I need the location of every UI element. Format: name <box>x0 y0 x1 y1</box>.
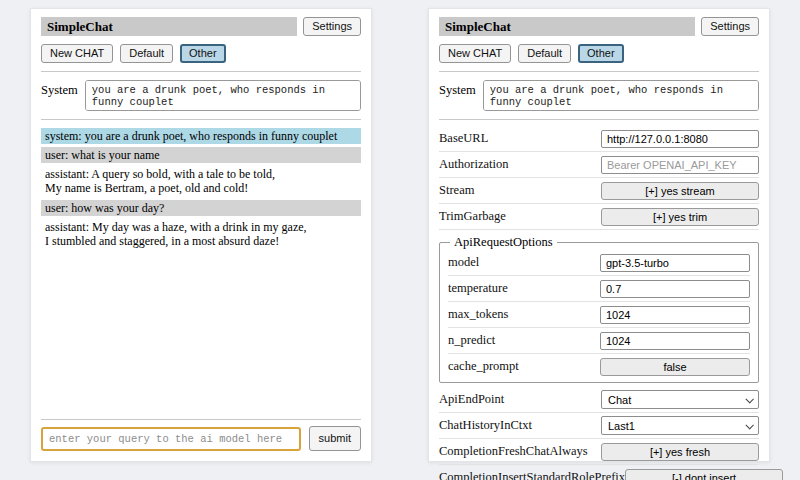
divider <box>41 119 361 120</box>
setting-label: temperature <box>448 281 508 296</box>
settings-button[interactable]: Settings <box>303 17 361 36</box>
cache-prompt-toggle-button[interactable]: false <box>600 358 750 376</box>
system-prompt-input[interactable]: you are a drunk poet, who responds in fu… <box>85 80 361 111</box>
chat-message-list: system: you are a drunk poet, who respon… <box>41 128 361 252</box>
setting-label: n_predict <box>448 333 495 348</box>
chat-message-assistant: assistant: A query so bold, with a tale … <box>41 166 361 196</box>
temperature-input[interactable] <box>600 280 750 298</box>
apiendpoint-selected-value: Chat <box>608 394 631 406</box>
apiendpoint-select[interactable]: Chat <box>601 390 759 409</box>
settings-button[interactable]: Settings <box>701 17 759 36</box>
baseurl-input[interactable] <box>601 130 759 148</box>
setting-row-stream: Stream [+] yes stream <box>439 178 759 204</box>
query-row: submit <box>41 426 361 453</box>
api-request-options-group: ApiRequestOptions model temperature max_… <box>439 235 759 383</box>
completioninsertstandardroleprefix-toggle-button[interactable]: [-] dont insert <box>625 469 783 480</box>
setting-row-cache-prompt: cache_prompt false <box>448 354 750 379</box>
chat-message-system: system: you are a drunk poet, who respon… <box>41 128 361 144</box>
setting-label: TrimGarbage <box>439 209 506 224</box>
completionfreshchatalways-toggle-button[interactable]: [+] yes fresh <box>601 443 759 461</box>
setting-label: ApiEndPoint <box>439 392 504 407</box>
model-input[interactable] <box>600 254 750 272</box>
chathistoryinctxt-select[interactable]: Last1 <box>601 416 759 435</box>
session-tab-other[interactable]: Other <box>578 44 624 63</box>
api-request-options-legend: ApiRequestOptions <box>450 235 557 250</box>
divider <box>41 71 361 72</box>
setting-row-apiendpoint: ApiEndPoint Chat <box>439 387 759 413</box>
stream-toggle-button[interactable]: [+] yes stream <box>601 182 759 200</box>
setting-label: cache_prompt <box>448 359 519 374</box>
session-toolbar: New CHAT Default Other <box>41 44 361 63</box>
system-prompt-input[interactable]: you are a drunk poet, who responds in fu… <box>483 80 759 111</box>
setting-row-temperature: temperature <box>448 276 750 302</box>
setting-label: Authorization <box>439 157 508 172</box>
chathistoryinctxt-selected-value: Last1 <box>608 420 635 432</box>
system-prompt-label: System <box>439 80 476 98</box>
chat-message-user: user: how was your day? <box>41 200 361 216</box>
chevron-down-icon <box>745 395 753 403</box>
new-chat-button[interactable]: New CHAT <box>439 44 511 63</box>
chat-panel: SimpleChat Settings New CHAT Default Oth… <box>30 8 372 462</box>
setting-row-completionfreshchatalways: CompletionFreshChatAlways [+] yes fresh <box>439 439 759 465</box>
setting-row-model: model <box>448 250 750 276</box>
setting-row-chathistoryinctxt: ChatHistoryInCtxt Last1 <box>439 413 759 439</box>
setting-row-baseurl: BaseURL <box>439 126 759 152</box>
new-chat-button[interactable]: New CHAT <box>41 44 113 63</box>
setting-label: ChatHistoryInCtxt <box>439 418 532 433</box>
divider <box>41 419 361 420</box>
setting-label: BaseURL <box>439 131 488 146</box>
setting-row-max-tokens: max_tokens <box>448 302 750 328</box>
setting-row-n-predict: n_predict <box>448 328 750 354</box>
system-prompt-row: System you are a drunk poet, who respond… <box>41 80 361 111</box>
session-tab-other[interactable]: Other <box>180 44 226 63</box>
n-predict-input[interactable] <box>600 332 750 350</box>
session-toolbar: New CHAT Default Other <box>439 44 759 63</box>
header: SimpleChat Settings <box>439 17 759 36</box>
setting-label: model <box>448 255 479 270</box>
setting-label: Stream <box>439 183 474 198</box>
divider <box>439 71 759 72</box>
setting-row-completioninsertstandardroleprefix: CompletionInsertStandardRolePrefix [-] d… <box>439 465 759 480</box>
trimgarbage-toggle-button[interactable]: [+] yes trim <box>601 208 759 226</box>
setting-label: max_tokens <box>448 307 508 322</box>
submit-button[interactable]: submit <box>309 426 361 451</box>
setting-row-authorization: Authorization <box>439 152 759 178</box>
settings-panel: SimpleChat Settings New CHAT Default Oth… <box>428 8 770 462</box>
chevron-down-icon <box>745 421 753 429</box>
system-prompt-label: System <box>41 80 78 98</box>
chat-message-user: user: what is your name <box>41 147 361 163</box>
query-input[interactable] <box>41 427 301 451</box>
session-tab-default[interactable]: Default <box>120 44 173 63</box>
app-title: SimpleChat <box>41 17 297 36</box>
setting-row-trimgarbage: TrimGarbage [+] yes trim <box>439 204 759 230</box>
settings-list: BaseURL Authorization Stream [+] yes str… <box>439 126 759 480</box>
spacer <box>41 252 361 411</box>
max-tokens-input[interactable] <box>600 306 750 324</box>
authorization-input[interactable] <box>601 156 759 174</box>
header: SimpleChat Settings <box>41 17 361 36</box>
setting-label: CompletionInsertStandardRolePrefix <box>439 470 625 480</box>
system-prompt-row: System you are a drunk poet, who respond… <box>439 80 759 111</box>
session-tab-default[interactable]: Default <box>518 44 571 63</box>
chat-message-assistant: assistant: My day was a haze, with a dri… <box>41 219 361 249</box>
app-title: SimpleChat <box>439 17 695 36</box>
setting-label: CompletionFreshChatAlways <box>439 444 588 459</box>
divider <box>439 119 759 120</box>
